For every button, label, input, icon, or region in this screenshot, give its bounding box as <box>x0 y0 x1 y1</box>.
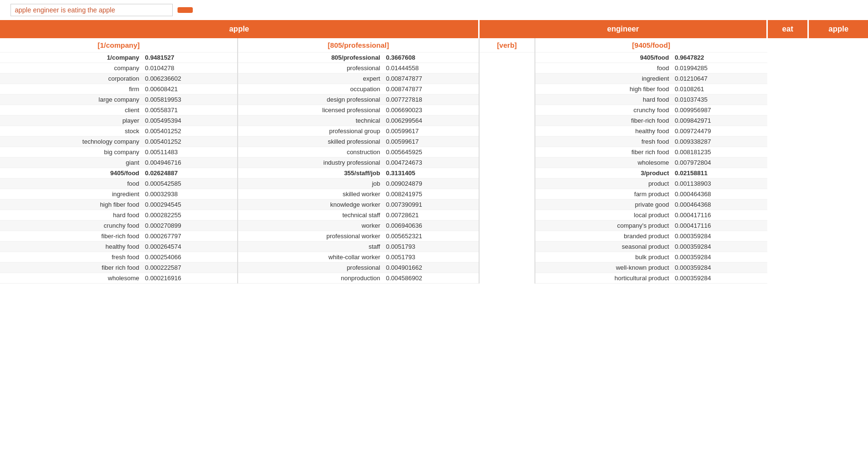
cell-word: well-known product <box>535 263 672 273</box>
table-row: food0.01994285 <box>535 63 767 74</box>
cell-word: occupation <box>238 84 383 95</box>
section-concept-label: 355/staff/job <box>238 168 383 179</box>
cell-word: white-collar worker <box>238 252 383 263</box>
column-cell-1: [805/professional]805/professional0.3667… <box>238 38 479 284</box>
table-row: giant0.004946716 <box>0 158 237 168</box>
cell-score: 0.005819953 <box>142 95 238 105</box>
cell-score: 0.000464368 <box>672 200 767 210</box>
cell-word: horticultural product <box>535 273 672 284</box>
table-row: crunchy food0.009956987 <box>535 105 767 116</box>
cell-score: 0.008747877 <box>383 74 479 84</box>
cell-word: fiber rich food <box>0 263 142 273</box>
top-concept-label: [805/professional] <box>238 38 478 53</box>
table-row: company0.0104278 <box>0 63 237 74</box>
cell-word: bulk product <box>535 252 672 263</box>
cell-word: nonproduction <box>238 273 383 284</box>
cell-score: 0.0051793 <box>383 242 479 252</box>
table-row: fiber-rich food0.009842971 <box>535 116 767 126</box>
section-concept-label: 3/product <box>535 168 672 179</box>
cell-word: local product <box>535 210 672 221</box>
table-row: firm0.00608421 <box>0 84 237 95</box>
cell-word: ingredient <box>535 74 672 84</box>
conceptualize-button[interactable] <box>178 7 193 13</box>
column-header-apple-0: apple <box>0 20 479 38</box>
table-row: fiber-rich food0.000267797 <box>0 231 237 242</box>
inner-table-0: [1/company]1/company0.9481527company0.01… <box>0 38 237 284</box>
table-row: client0.00558371 <box>0 105 237 116</box>
table-row: white-collar worker0.0051793 <box>238 252 478 263</box>
cell-score: 0.005401252 <box>142 126 238 137</box>
cell-score: 0.001138903 <box>672 179 767 189</box>
section-concept-score: 0.02624887 <box>142 168 238 179</box>
cell-score: 0.004946716 <box>142 158 238 168</box>
top-concept-row: [805/professional] <box>238 38 478 53</box>
table-row: design professional0.007727818 <box>238 95 478 105</box>
top-concept-row: [9405/food] <box>535 38 767 53</box>
table-row: industry professional0.004724673 <box>238 158 478 168</box>
cell-word: hard food <box>535 95 672 105</box>
cell-score: 0.009024879 <box>383 179 479 189</box>
column-cell-2: [verb] <box>479 38 535 284</box>
table-row: licensed professional0.006690023 <box>238 105 478 116</box>
cell-score: 0.000216916 <box>142 273 238 284</box>
cell-word: high fiber food <box>535 84 672 95</box>
cell-word: player <box>0 116 142 126</box>
table-row: occupation0.008747877 <box>238 84 478 95</box>
table-row: construction0.005645925 <box>238 147 478 158</box>
cell-score: 0.006940636 <box>383 221 479 231</box>
table-row: well-known product0.000359284 <box>535 263 767 273</box>
column-cell-0: [1/company]1/company0.9481527company0.01… <box>0 38 238 284</box>
table-row: product0.001138903 <box>535 179 767 189</box>
table-row: ingredient0.01210647 <box>535 74 767 84</box>
table-row: ingredient0.00032938 <box>0 189 237 200</box>
table-row: skilled worker0.008241975 <box>238 189 478 200</box>
table-row: fresh food0.000254066 <box>0 252 237 263</box>
table-row: player0.005495394 <box>0 116 237 126</box>
cell-score: 0.006690023 <box>383 105 479 116</box>
shorttext-input[interactable] <box>10 4 173 16</box>
table-row: horticultural product0.000359284 <box>535 273 767 284</box>
section-header-1: 9405/food0.02624887 <box>0 168 237 179</box>
cell-score: 0.000417116 <box>672 210 767 221</box>
cell-word: hard food <box>0 210 142 221</box>
table-row: corporation0.006236602 <box>0 74 237 84</box>
cell-score: 0.000222587 <box>142 263 238 273</box>
cell-word: wholesome <box>535 158 672 168</box>
cell-score: 0.00511483 <box>142 147 238 158</box>
cell-word: fiber-rich food <box>535 116 672 126</box>
cell-word: client <box>0 105 142 116</box>
table-row: healthy food0.000264574 <box>0 242 237 252</box>
cell-word: professional group <box>238 126 383 137</box>
cell-score: 0.004586902 <box>383 273 479 284</box>
cell-word: company <box>0 63 142 74</box>
table-row: crunchy food0.000270899 <box>0 221 237 231</box>
table-row: branded product0.000359284 <box>535 231 767 242</box>
cell-score: 0.005401252 <box>142 137 238 147</box>
cell-word: corporation <box>0 74 142 84</box>
column-headers: appleengineereatapple <box>0 20 868 38</box>
table-row: knowledge worker0.007390991 <box>238 200 478 210</box>
cell-score: 0.000267797 <box>142 231 238 242</box>
cell-score: 0.000270899 <box>142 221 238 231</box>
cell-score: 0.000359284 <box>672 263 767 273</box>
column-cell-3: [9405/food]9405/food0.9647822food0.01994… <box>535 38 767 284</box>
cell-word: giant <box>0 158 142 168</box>
cell-score: 0.009338287 <box>672 137 767 147</box>
section-concept-score: 0.3131405 <box>383 168 479 179</box>
inner-table-2: [verb] <box>480 38 534 53</box>
cell-score: 0.007972804 <box>672 158 767 168</box>
cell-score: 0.00728621 <box>383 210 479 221</box>
table-row: technology company0.005401252 <box>0 137 237 147</box>
cell-score: 0.00032938 <box>142 189 238 200</box>
table-row: professional0.004901662 <box>238 263 478 273</box>
cell-score: 0.004901662 <box>383 263 479 273</box>
cell-word: large company <box>0 95 142 105</box>
cell-score: 0.009842971 <box>672 116 767 126</box>
inner-table-1: [805/professional]805/professional0.3667… <box>238 38 478 284</box>
cell-word: licensed professional <box>238 105 383 116</box>
cell-word: skilled worker <box>238 189 383 200</box>
cell-word: technical <box>238 116 383 126</box>
top-concept-label: [9405/food] <box>535 38 767 53</box>
cell-word: farm product <box>535 189 672 200</box>
cell-word: high fiber food <box>0 200 142 210</box>
